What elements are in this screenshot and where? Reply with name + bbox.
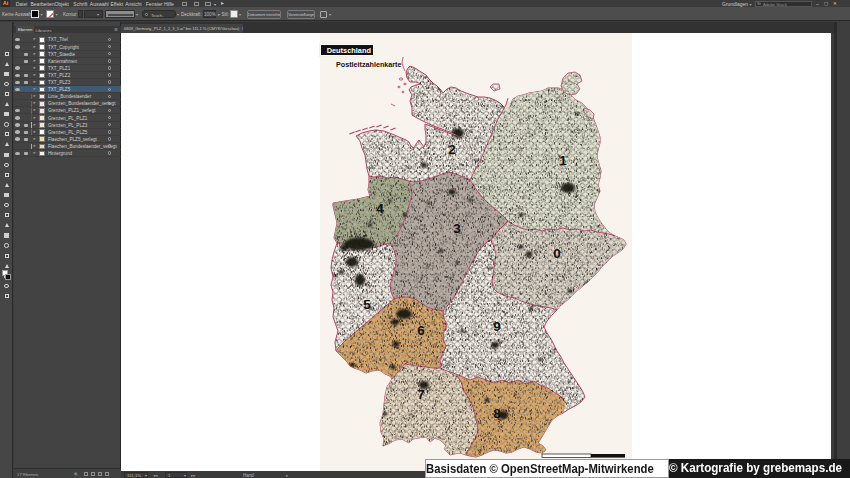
svg-text:5: 5 <box>363 297 371 312</box>
svg-text:1: 1 <box>559 153 567 168</box>
svg-text:0: 0 <box>553 246 561 261</box>
svg-text:9: 9 <box>493 319 501 334</box>
svg-text:3: 3 <box>453 221 461 236</box>
svg-text:6: 6 <box>417 323 425 338</box>
svg-text:8: 8 <box>493 406 501 421</box>
svg-text:7: 7 <box>417 387 425 402</box>
svg-text:2: 2 <box>448 142 456 157</box>
svg-text:4: 4 <box>376 201 384 216</box>
